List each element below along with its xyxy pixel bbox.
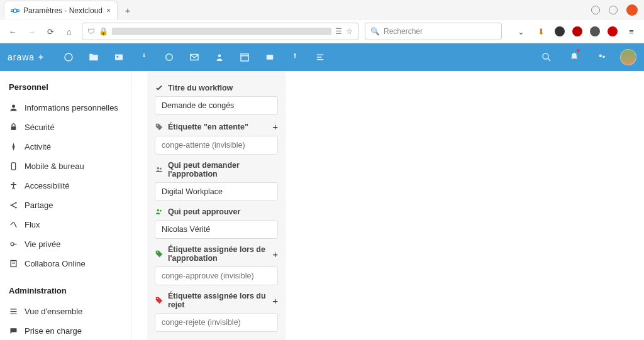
add-pending-tag-button[interactable]: + xyxy=(272,121,278,132)
sidebar-item-privacy[interactable]: Vie privée xyxy=(0,234,131,254)
sidebar-item-overview[interactable]: Vue d'ensemble xyxy=(0,302,131,321)
sidebar-item-flow[interactable]: Flux xyxy=(0,215,131,234)
home-button[interactable]: ⌂ xyxy=(63,25,75,38)
approver-input[interactable] xyxy=(155,220,278,239)
tab-close-icon[interactable]: × xyxy=(106,6,111,15)
tab-title: Paramètres - Nextcloud xyxy=(23,6,103,15)
nextcloud-favicon-icon xyxy=(11,6,19,15)
sidebar-item-support[interactable]: Prise en charge xyxy=(0,321,131,340)
nc-app-deck[interactable] xyxy=(259,47,280,68)
workflow-panel: Titre du workflow Étiquette "en attente"… xyxy=(147,71,286,340)
rejected-tag-label: Étiquette assignée lors du rejet + xyxy=(155,292,278,309)
menu-icon[interactable]: ≡ xyxy=(625,25,638,38)
nc-app-upgrade[interactable] xyxy=(284,47,306,68)
workflow-title-input[interactable] xyxy=(155,96,278,115)
requester-label: Qui peut demander l'approbation xyxy=(155,161,278,178)
window-minimize-button[interactable] xyxy=(591,6,600,14)
svg-point-12 xyxy=(543,53,548,59)
tag-icon xyxy=(155,123,164,131)
workflow-title-label: Titre du workflow xyxy=(155,84,278,92)
browser-chrome: Paramètres - Nextcloud × + ← → ⟳ ⌂ 🛡 🔒 ☰… xyxy=(0,0,644,43)
reload-button[interactable]: ⟳ xyxy=(44,25,57,38)
search-placeholder: Rechercher xyxy=(384,27,423,36)
sidebar-item-accessibility[interactable]: Accessibilité xyxy=(0,176,131,195)
sidebar-section-admin: Administration xyxy=(0,282,131,302)
url-blurred xyxy=(112,28,331,35)
add-approved-tag-button[interactable]: + xyxy=(272,249,278,260)
sidebar-item-sharing[interactable]: Partage xyxy=(0,195,131,215)
approver-label: Qui peut approuver xyxy=(155,207,278,216)
new-tab-button[interactable]: + xyxy=(120,3,135,18)
pending-tag-input[interactable] xyxy=(155,136,278,155)
sidebar-item-security[interactable]: Sécurité xyxy=(0,118,131,137)
nc-app-mail[interactable] xyxy=(184,47,205,68)
nc-app-photos[interactable] xyxy=(108,47,130,68)
svg-point-6 xyxy=(166,54,173,61)
pocket-icon[interactable]: ⌄ xyxy=(514,25,527,38)
toolbar-extensions: ⌄ ⬇ ≡ xyxy=(514,25,638,38)
approved-tag-input[interactable] xyxy=(155,266,278,285)
nc-contacts-menu-icon[interactable] xyxy=(592,47,611,68)
requester-input[interactable] xyxy=(155,182,278,201)
svg-point-8 xyxy=(218,55,221,58)
svg-point-33 xyxy=(157,251,158,253)
users-approve-icon xyxy=(155,207,164,216)
nc-search-icon[interactable] xyxy=(537,47,556,68)
nc-app-talk[interactable] xyxy=(158,47,180,68)
svg-point-22 xyxy=(15,207,17,209)
svg-point-23 xyxy=(11,243,14,246)
url-bar[interactable]: 🛡 🔒 ☰ ☆ xyxy=(82,23,358,40)
nc-app-switcher xyxy=(58,47,331,68)
nc-user-avatar[interactable] xyxy=(620,49,636,65)
tag-approve-icon xyxy=(155,250,164,258)
shield-icon: 🛡 xyxy=(87,27,95,36)
tab-strip: Paramètres - Nextcloud × + xyxy=(0,0,644,20)
nc-logo[interactable]: arawa✦ xyxy=(8,52,45,62)
extension-icon[interactable] xyxy=(555,26,565,36)
sidebar-item-personal-info[interactable]: Informations personnelles xyxy=(0,98,131,118)
svg-point-1 xyxy=(11,9,14,12)
sidebar-item-activity[interactable]: Activité xyxy=(0,137,131,156)
nc-notifications-icon[interactable] xyxy=(565,47,584,68)
nc-app-activity[interactable] xyxy=(133,47,155,68)
download-icon[interactable]: ⬇ xyxy=(535,25,547,38)
window-controls xyxy=(591,4,644,16)
nextcloud-header: arawa✦ xyxy=(0,43,644,71)
nc-app-calendar[interactable] xyxy=(234,47,255,68)
forward-button[interactable]: → xyxy=(25,25,38,38)
svg-point-32 xyxy=(160,210,162,212)
svg-point-3 xyxy=(65,53,72,61)
nc-app-files[interactable] xyxy=(83,47,104,68)
ublock-icon[interactable] xyxy=(572,26,582,36)
svg-point-34 xyxy=(157,298,158,299)
back-button[interactable]: ← xyxy=(6,25,19,38)
extension-icon-2[interactable] xyxy=(590,26,600,36)
svg-point-21 xyxy=(15,202,17,204)
pending-tag-label: Étiquette "en attente" + xyxy=(155,121,278,132)
add-rejected-tag-button[interactable]: + xyxy=(272,295,278,306)
adblock-icon[interactable] xyxy=(608,26,618,36)
sidebar-item-mobile[interactable]: Mobile & bureau xyxy=(0,156,131,176)
nc-app-more[interactable] xyxy=(309,47,331,68)
svg-rect-9 xyxy=(241,54,248,61)
reader-icon[interactable]: ☰ xyxy=(335,27,342,36)
svg-point-2 xyxy=(17,9,19,12)
svg-point-16 xyxy=(12,105,15,108)
svg-rect-17 xyxy=(11,126,16,130)
star-icon[interactable]: ☆ xyxy=(346,27,353,36)
tag-reject-icon xyxy=(155,296,164,305)
svg-point-30 xyxy=(160,168,162,170)
svg-point-28 xyxy=(157,124,158,126)
window-maximize-button[interactable] xyxy=(609,6,618,14)
nc-app-contacts[interactable] xyxy=(209,47,230,68)
browser-tab[interactable]: Paramètres - Nextcloud × xyxy=(4,1,118,19)
window-close-button[interactable] xyxy=(626,4,638,16)
settings-content: Titre du workflow Étiquette "en attente"… xyxy=(132,71,644,340)
browser-toolbar: ← → ⟳ ⌂ 🛡 🔒 ☰ ☆ 🔍 Rechercher ⌄ ⬇ ≡ xyxy=(0,20,644,43)
svg-rect-11 xyxy=(267,55,274,60)
nc-app-dashboard[interactable] xyxy=(58,47,79,68)
svg-rect-4 xyxy=(115,55,123,60)
browser-search[interactable]: 🔍 Rechercher xyxy=(365,23,502,40)
sidebar-item-collabora[interactable]: Collabora Online xyxy=(0,254,131,273)
rejected-tag-input[interactable] xyxy=(155,313,278,332)
